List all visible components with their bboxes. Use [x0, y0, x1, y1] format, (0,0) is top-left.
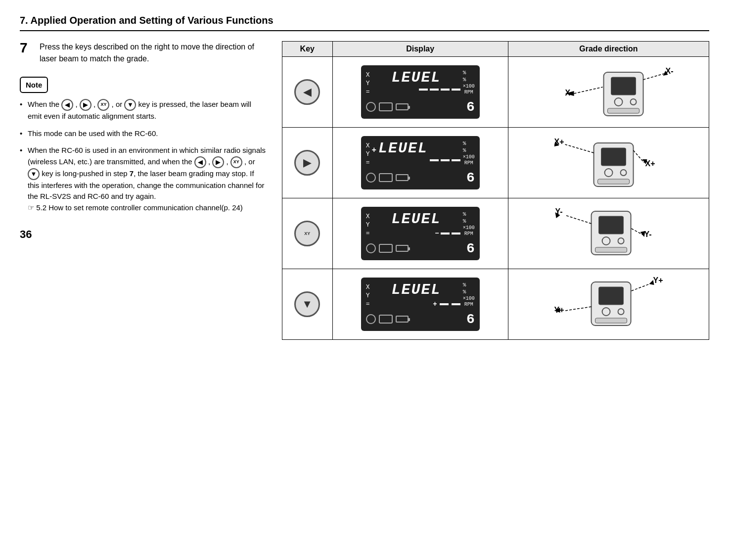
dp-right-2: % % ×100RPM	[463, 140, 475, 166]
svg-rect-12	[601, 148, 626, 166]
dp-main-4: LEUEL +	[372, 281, 461, 308]
dp-x-label: X	[366, 213, 370, 221]
dp-icons-3	[366, 243, 409, 253]
svg-line-19	[565, 144, 593, 153]
display-panel-3: X Y = LEUEL −	[361, 207, 480, 260]
dp-pct-1: %	[463, 69, 466, 76]
dp-plus-2: +	[372, 146, 377, 155]
dp-main-2: + LEUEL	[372, 140, 461, 162]
display-panel-1: X Y = LEUEL	[361, 65, 480, 119]
dp-y-label: Y	[366, 150, 370, 159]
col-header-display: Display	[332, 42, 508, 57]
key-cell-3: XY	[282, 198, 333, 269]
key-left-btn[interactable]: ◀	[294, 79, 320, 105]
dp-main-3: LEUEL −	[372, 211, 461, 237]
note-item-1: When the ◀ , ▶ , XY , or ▼ key is presse…	[20, 99, 267, 122]
inline-key-left: ◀	[61, 99, 73, 111]
dp-icon-circle	[366, 243, 376, 253]
dp-eq-label: =	[366, 159, 370, 167]
dp-battery	[396, 245, 409, 252]
inline-key-left2: ◀	[194, 156, 206, 168]
svg-text:Y+: Y+	[653, 276, 663, 284]
display-panel-4: X Y = LEUEL +	[361, 278, 480, 331]
grade-svg-1: X- X-	[511, 60, 706, 124]
dp-main-1: LEUEL	[372, 69, 461, 91]
dp-icon-circle	[366, 314, 376, 324]
svg-rect-37	[595, 318, 627, 323]
dp-dash	[441, 233, 450, 234]
dp-icon-circle	[366, 102, 376, 112]
grade-cell-4: Y+ Y+	[508, 269, 709, 340]
dp-level-text-2: LEUEL	[378, 140, 428, 157]
dp-pct-1: %	[463, 211, 466, 218]
dp-dash	[419, 89, 428, 91]
dp-level-text-4: LEUEL	[372, 281, 461, 298]
svg-line-30	[631, 229, 643, 235]
dp-y-label: Y	[366, 221, 370, 230]
dp-bottom-3: 6	[366, 241, 475, 256]
grade-container-2: X+ X+	[511, 131, 706, 195]
inline-key-xy: XY	[97, 99, 109, 111]
dp-level-line-1	[372, 88, 461, 91]
display-cell-4: X Y = LEUEL +	[332, 269, 508, 340]
dp-pct-2: %	[463, 218, 466, 225]
dp-xy-labels-3: X Y =	[366, 213, 370, 238]
col-header-grade: Grade direction	[508, 42, 709, 57]
col-header-key: Key	[282, 42, 333, 57]
dp-yplus-line: +	[372, 300, 461, 308]
table-row: ▼ X Y =	[282, 269, 709, 340]
dp-dash	[430, 89, 439, 91]
dp-rpm: ×100RPM	[463, 296, 475, 308]
dp-bottom-2: 6	[366, 170, 475, 186]
display-cell-2: X Y = + LEUEL	[332, 128, 508, 198]
dp-x-label: X	[366, 71, 370, 80]
grade-svg-4: Y+ Y+	[511, 272, 706, 336]
dp-level-text-1: LEUEL	[372, 69, 461, 86]
key-cell-2: ▶	[282, 128, 333, 198]
note-item-2: This mode can be used with the RC-60.	[20, 128, 267, 140]
svg-line-41	[565, 307, 591, 311]
key-cell-1: ◀	[282, 57, 333, 128]
dp-eq-label: =	[366, 88, 370, 96]
grade-container-3: Y- Y-	[511, 201, 706, 266]
dp-pct-2: %	[463, 288, 466, 295]
dp-icons-2	[366, 173, 409, 183]
table-row: XY X Y =	[282, 198, 709, 269]
svg-line-29	[565, 215, 591, 224]
dp-dash	[430, 159, 439, 161]
dp-pct-1: %	[463, 281, 466, 288]
table-row: ▶ X Y =	[282, 128, 709, 198]
content-area: 7 Press the keys described on the right …	[20, 41, 709, 340]
svg-line-8	[643, 74, 664, 80]
key-xy-btn[interactable]: XY	[294, 221, 320, 246]
inline-key-right: ▶	[80, 99, 91, 111]
key-down-btn[interactable]: ▼	[294, 291, 320, 317]
dp-icon-rect	[379, 173, 393, 182]
dp-xy-labels-4: X Y =	[366, 283, 370, 309]
dp-pct-2: %	[463, 76, 466, 83]
dp-dash	[452, 89, 460, 91]
dp-icon-circle	[366, 173, 376, 183]
step-text: Press the keys described on the right to…	[40, 41, 267, 65]
display-cell-1: X Y = LEUEL	[332, 57, 508, 128]
inline-key-right2: ▶	[212, 156, 224, 168]
dp-icons-1	[366, 102, 409, 112]
svg-text:Y-: Y-	[644, 230, 651, 238]
page-title: 7. Applied Operation and Setting of Vari…	[20, 15, 709, 31]
dp-dash	[452, 303, 460, 305]
grade-container-1: X- X-	[511, 60, 706, 124]
dp-dash	[441, 159, 450, 161]
dp-dash	[441, 89, 450, 91]
dp-eq-label: =	[366, 230, 370, 238]
dp-num-2: 6	[466, 170, 475, 186]
dp-right-4: % % ×100RPM	[463, 281, 475, 308]
dp-level-line-2	[372, 159, 461, 162]
dp-minus-sign: −	[435, 230, 439, 237]
key-right-btn[interactable]: ▶	[294, 150, 320, 176]
note-item-3: When the RC-60 is used in an environment…	[20, 145, 267, 213]
grade-container-4: Y+ Y+	[511, 272, 706, 336]
right-column: Key Display Grade direction ◀	[282, 41, 709, 340]
dp-x-label: X	[366, 283, 370, 292]
svg-line-7	[574, 87, 602, 93]
inline-key-xy2: XY	[230, 156, 242, 168]
